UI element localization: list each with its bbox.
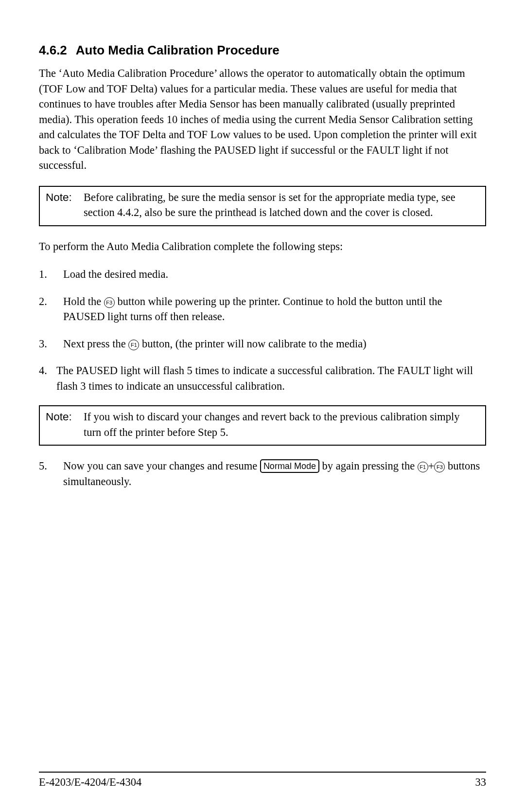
section-title: Auto Media Calibration Procedure	[76, 43, 280, 57]
f1-button-icon: F1	[418, 462, 428, 472]
step-text: Next press the	[63, 338, 128, 350]
step-body: Now you can save your changes and resume…	[63, 458, 486, 489]
footer-page-number: 33	[475, 775, 487, 790]
normal-mode-box: Normal Mode	[260, 459, 319, 473]
step-number: 2.	[39, 294, 63, 325]
step-text: button while powering up the printer. Co…	[63, 295, 442, 323]
step-5: 5. Now you can save your changes and res…	[39, 458, 486, 489]
note-text: If you wish to discard your changes and …	[84, 409, 479, 440]
step-text: Hold the	[63, 295, 104, 307]
plus-sign: +	[428, 460, 435, 472]
step-text: button, (the printer will now calibrate …	[139, 338, 366, 350]
note-box-1: Note: Before calibrating, be sure the me…	[39, 186, 486, 226]
step-text: Now you can save your changes and resume	[63, 460, 260, 472]
step-text: by again pressing the	[319, 460, 418, 472]
page-footer: E-4203/E-4204/E-4304 33	[39, 772, 486, 790]
note-label: Note:	[46, 409, 84, 440]
step-number: 5.	[39, 458, 63, 489]
step-number: 3.	[39, 336, 63, 352]
steps-intro: To perform the Auto Media Calibration co…	[39, 239, 486, 254]
step-body: The PAUSED light will flash 5 times to i…	[56, 363, 486, 394]
steps-list-cont: 5. Now you can save your changes and res…	[39, 458, 486, 489]
step-number: 1.	[39, 267, 63, 282]
intro-paragraph: The ‘Auto Media Calibration Procedure’ a…	[39, 66, 486, 173]
steps-list: 1. Load the desired media. 2. Hold the F…	[39, 267, 486, 394]
section-heading: 4.6.2Auto Media Calibration Procedure	[39, 41, 486, 59]
section-number: 4.6.2	[39, 41, 67, 59]
step-number: 4.	[39, 363, 56, 394]
f1-button-icon: F1	[128, 340, 139, 350]
step-3: 3. Next press the F1 button, (the printe…	[39, 336, 486, 352]
step-2: 2. Hold the F3 button while powering up …	[39, 294, 486, 325]
step-body: Hold the F3 button while powering up the…	[63, 294, 486, 325]
step-body: Next press the F1 button, (the printer w…	[63, 336, 486, 352]
note-box-2: Note: If you wish to discard your change…	[39, 405, 486, 446]
step-1: 1. Load the desired media.	[39, 267, 486, 282]
note-text: Before calibrating, be sure the media se…	[84, 190, 479, 220]
note-label: Note:	[46, 190, 84, 220]
step-body: Load the desired media.	[63, 267, 486, 282]
footer-model: E-4203/E-4204/E-4304	[39, 775, 141, 790]
f3-button-icon: F3	[434, 462, 445, 472]
footer-rule	[39, 772, 486, 773]
step-4: 4. The PAUSED light will flash 5 times t…	[39, 363, 486, 394]
f3-button-icon: F3	[104, 297, 115, 308]
